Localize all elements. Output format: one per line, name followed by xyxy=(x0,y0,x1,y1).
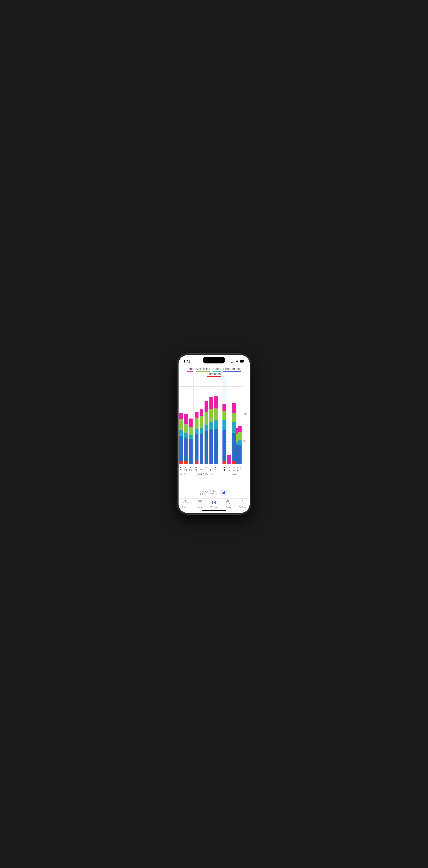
tab-bar-label-settings: Settings xyxy=(239,506,246,508)
svg-text:31: 31 xyxy=(200,469,202,472)
tab-programming[interactable]: Programming xyxy=(223,367,241,372)
tab-bar-item-events[interactable]: Events xyxy=(194,500,206,508)
svg-rect-33 xyxy=(200,428,203,434)
tab-bar-label-goals: Goals xyxy=(226,506,231,508)
svg-rect-55 xyxy=(232,461,236,464)
info-bar: average: 8h 14m Fri 13 → Wed 25 xyxy=(179,487,250,498)
svg-rect-56 xyxy=(232,433,236,461)
svg-rect-59 xyxy=(232,403,236,413)
average-text: average: 8h 14m xyxy=(200,490,217,493)
status-bar: 9:41 xyxy=(179,355,250,365)
svg-text:F: F xyxy=(180,466,181,469)
svg-rect-51 xyxy=(222,420,226,430)
svg-rect-25 xyxy=(189,427,192,435)
svg-rect-14 xyxy=(179,436,183,461)
svg-rect-45 xyxy=(214,421,218,429)
signal-icon xyxy=(231,361,234,363)
svg-rect-53 xyxy=(222,404,226,411)
svg-rect-31 xyxy=(195,412,198,417)
svg-rect-99 xyxy=(223,492,224,494)
svg-text:M: M xyxy=(233,466,235,469)
chart-type-button[interactable] xyxy=(219,489,228,497)
svg-rect-46 xyxy=(214,408,218,421)
tab-bar-item-timeline[interactable]: Timeline xyxy=(208,500,220,508)
svg-rect-67 xyxy=(238,426,242,432)
svg-text:W: W xyxy=(240,466,242,469)
svg-rect-36 xyxy=(204,431,208,464)
svg-rect-17 xyxy=(179,413,183,420)
svg-rect-43 xyxy=(209,397,213,409)
svg-rect-23 xyxy=(189,438,192,464)
bar-chart[interactable]: 12h 10h 8h xyxy=(179,377,250,487)
svg-rect-39 xyxy=(204,401,208,412)
svg-text:S: S xyxy=(228,466,230,469)
category-tabs: Food Socializing Habits Programming Educ… xyxy=(179,365,250,377)
svg-text:10h: 10h xyxy=(243,412,247,415)
svg-text:Jan '23: Jan '23 xyxy=(180,473,187,476)
svg-text:Week: Week xyxy=(232,473,238,476)
tab-socializing[interactable]: Socializing xyxy=(196,367,210,372)
svg-rect-16 xyxy=(179,420,183,430)
tab-bar-label-tracking: Tracking xyxy=(182,506,189,508)
svg-rect-65 xyxy=(238,440,242,445)
svg-text:T: T xyxy=(210,466,211,469)
timeline-icon xyxy=(212,500,216,506)
svg-text:8: 8 xyxy=(240,469,241,472)
svg-text:1: 1 xyxy=(205,469,207,472)
svg-rect-19 xyxy=(184,438,187,461)
svg-text:S: S xyxy=(223,466,225,469)
chart-container: 12h 10h 8h xyxy=(179,377,250,487)
svg-text:3: 3 xyxy=(215,469,216,472)
svg-point-108 xyxy=(228,502,228,503)
svg-rect-38 xyxy=(204,412,208,425)
svg-rect-15 xyxy=(179,430,183,435)
svg-text:12h: 12h xyxy=(243,385,247,388)
svg-text:T: T xyxy=(237,466,238,469)
svg-rect-32 xyxy=(200,434,203,464)
tab-bar-label-timeline: Timeline xyxy=(210,506,217,508)
tab-bar-item-goals[interactable]: Goals xyxy=(222,500,234,508)
tabs-row2: Education xyxy=(182,372,246,377)
status-time: 9:41 xyxy=(184,360,190,364)
tab-habits[interactable]: Habits xyxy=(213,367,221,372)
tab-bar-label-events: Events xyxy=(197,506,203,508)
svg-rect-22 xyxy=(184,414,187,425)
svg-text:29: 29 xyxy=(189,469,191,472)
tab-bar-item-settings[interactable]: Settings xyxy=(237,500,248,508)
svg-rect-28 xyxy=(195,434,198,461)
svg-rect-34 xyxy=(200,416,203,428)
wifi-icon xyxy=(236,360,239,363)
svg-rect-49 xyxy=(222,461,226,464)
svg-rect-52 xyxy=(222,411,226,420)
goals-icon xyxy=(226,500,231,506)
svg-rect-27 xyxy=(195,461,198,464)
svg-rect-30 xyxy=(195,417,198,429)
svg-rect-1 xyxy=(240,361,243,362)
settings-icon xyxy=(240,500,245,506)
svg-rect-18 xyxy=(184,461,187,464)
bar-chart-icon xyxy=(221,491,226,494)
svg-rect-58 xyxy=(232,413,236,422)
svg-text:S: S xyxy=(185,466,186,469)
svg-rect-57 xyxy=(232,422,236,433)
svg-text:Week 5, Feb '23: Week 5, Feb '23 xyxy=(196,473,213,476)
svg-rect-100 xyxy=(224,491,225,494)
tab-food[interactable]: Food xyxy=(187,367,193,372)
date-range-text: Fri 13 → Wed 25 xyxy=(200,493,217,495)
svg-text:5: 5 xyxy=(228,469,230,472)
svg-text:7: 7 xyxy=(237,469,238,472)
tab-education[interactable]: Education xyxy=(207,372,221,377)
phone-screen: 9:41 xyxy=(179,355,250,513)
phone-frame: 9:41 xyxy=(177,354,251,514)
tracking-icon xyxy=(183,500,188,506)
tab-bar-item-tracking[interactable]: Tracking xyxy=(180,500,191,508)
svg-text:W: W xyxy=(205,466,207,469)
svg-rect-35 xyxy=(200,409,203,416)
battery-icon xyxy=(240,360,244,363)
svg-text:T: T xyxy=(201,466,202,469)
svg-rect-20 xyxy=(184,433,187,438)
svg-text:8h: 8h xyxy=(243,440,246,443)
svg-text:S: S xyxy=(190,466,191,469)
dynamic-island xyxy=(203,357,225,364)
svg-rect-24 xyxy=(189,435,192,438)
